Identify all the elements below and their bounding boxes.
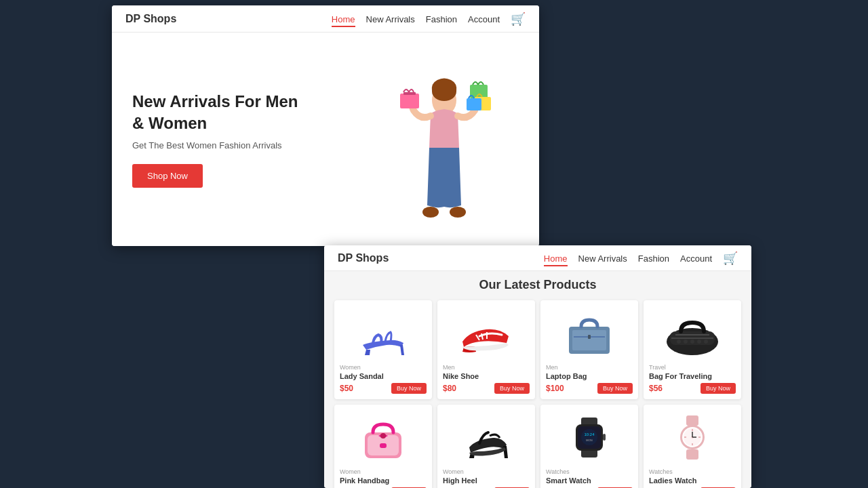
nav-home[interactable]: Home [332, 14, 355, 27]
products-grid: Women Lady Sandal $50 Buy Now [334, 300, 741, 488]
product-image: 10:24 MON [546, 410, 633, 464]
brand-logo[interactable]: DP Shops [125, 13, 176, 25]
product-card: Women High Heel $60 Buy Now [437, 405, 535, 488]
nav-fashion-b[interactable]: Fashion [638, 253, 669, 264]
svg-point-22 [690, 340, 694, 344]
brand-logo-bottom[interactable]: DP Shops [338, 252, 389, 264]
nav-links-bottom: Home New Arrivals Fashion Account 🛒 [544, 251, 738, 266]
svg-rect-38 [686, 449, 698, 460]
svg-rect-4 [400, 94, 419, 108]
product-category: Women [443, 468, 530, 475]
products-title: Our Latest Products [334, 278, 741, 292]
svg-rect-5 [403, 92, 416, 95]
product-category: Watches [546, 468, 633, 475]
svg-point-27 [380, 433, 386, 439]
product-name: Ladies Watch [649, 476, 736, 485]
hero-section: New Arrivals For Men & Women Get The Bes… [112, 33, 539, 246]
product-footer: $56 Buy Now [649, 383, 736, 394]
product-name: Nike Shoe [443, 372, 530, 380]
product-image [546, 306, 633, 360]
svg-point-21 [684, 340, 688, 344]
shop-now-button[interactable]: Shop Now [132, 164, 203, 188]
svg-rect-28 [380, 443, 387, 448]
cart-icon[interactable]: 🛒 [511, 12, 526, 26]
svg-text:MON: MON [586, 439, 592, 442]
svg-rect-37 [686, 415, 698, 426]
svg-point-20 [677, 340, 681, 344]
product-image [443, 306, 530, 360]
product-category: Women [340, 364, 427, 371]
product-price: $56 [649, 384, 663, 393]
product-name: Bag For Traveling [649, 372, 736, 380]
svg-rect-36 [603, 434, 606, 441]
svg-point-23 [697, 340, 701, 344]
product-image [649, 410, 736, 464]
nav-links: Home New Arrivals Fashion Account 🛒 [332, 12, 526, 26]
hero-window: DP Shops Home New Arrivals Fashion Accou… [112, 5, 539, 246]
hero-content: New Arrivals For Men & Women Get The Bes… [112, 70, 329, 207]
product-image [340, 410, 427, 464]
svg-rect-13 [572, 330, 606, 350]
product-name: High Heel [443, 476, 530, 485]
product-card: Men Laptop Bag $100 Buy Now [540, 300, 638, 399]
buy-now-button[interactable]: Buy Now [391, 383, 427, 394]
svg-point-24 [704, 340, 708, 344]
product-card: Travel Bag For Traveling $56 Buy Now [644, 300, 741, 399]
product-price: $100 [546, 384, 564, 393]
product-name: Pink Handbag [340, 476, 427, 485]
product-category: Women [340, 468, 427, 475]
hero-subtitle: Get The Best Women Fashion Arrivals [132, 140, 309, 150]
product-image [443, 410, 530, 464]
hero-title: New Arrivals For Men & Women [132, 91, 309, 133]
product-card: Women Lady Sandal $50 Buy Now [334, 300, 432, 399]
svg-text:10:24: 10:24 [584, 432, 595, 436]
product-price: $50 [340, 384, 353, 393]
product-footer: $80 Buy Now [443, 383, 530, 394]
hero-image [376, 43, 512, 246]
svg-point-2 [422, 207, 439, 218]
buy-now-button[interactable]: Buy Now [701, 383, 736, 394]
product-footer: $100 Buy Now [546, 383, 633, 394]
navbar-bottom: DP Shops Home New Arrivals Fashion Accou… [324, 245, 751, 271]
product-category: Men [546, 364, 633, 371]
product-card: 10:24 MON Watches Smart Watch $120 Buy N… [540, 405, 638, 488]
nav-fashion[interactable]: Fashion [426, 14, 457, 24]
svg-rect-15 [588, 335, 591, 339]
nav-home-b[interactable]: Home [544, 253, 568, 266]
nav-new-arrivals[interactable]: New Arrivals [366, 14, 415, 24]
nav-account-b[interactable]: Account [680, 253, 712, 264]
nav-new-arrivals-b[interactable]: New Arrivals [578, 253, 627, 264]
nav-account[interactable]: Account [468, 14, 500, 24]
product-image [340, 306, 427, 360]
product-name: Lady Sandal [340, 372, 427, 380]
svg-point-33 [581, 429, 597, 445]
cart-icon-bottom[interactable]: 🛒 [723, 251, 738, 265]
product-category: Travel [649, 364, 736, 371]
product-footer: $50 Buy Now [340, 383, 427, 394]
products-section: Our Latest Products Women [324, 271, 751, 488]
svg-rect-8 [467, 98, 481, 110]
product-card: Watches Ladies Watch $95 Buy Now [644, 405, 741, 488]
products-window: DP Shops Home New Arrivals Fashion Accou… [324, 245, 751, 488]
navbar-top: DP Shops Home New Arrivals Fashion Accou… [112, 5, 539, 33]
product-card: Men Nike Shoe $80 Buy Now [437, 300, 535, 399]
product-image [649, 306, 736, 360]
product-name: Smart Watch [546, 476, 633, 485]
product-card: Women Pink Handbag $45 Buy Now [334, 405, 432, 488]
product-name: Laptop Bag [546, 372, 633, 380]
product-category: Men [443, 364, 530, 371]
buy-now-button[interactable]: Buy Now [597, 383, 633, 394]
product-category: Watches [649, 468, 736, 475]
buy-now-button[interactable]: Buy Now [494, 383, 530, 394]
svg-point-3 [450, 207, 466, 218]
product-price: $80 [443, 384, 456, 393]
